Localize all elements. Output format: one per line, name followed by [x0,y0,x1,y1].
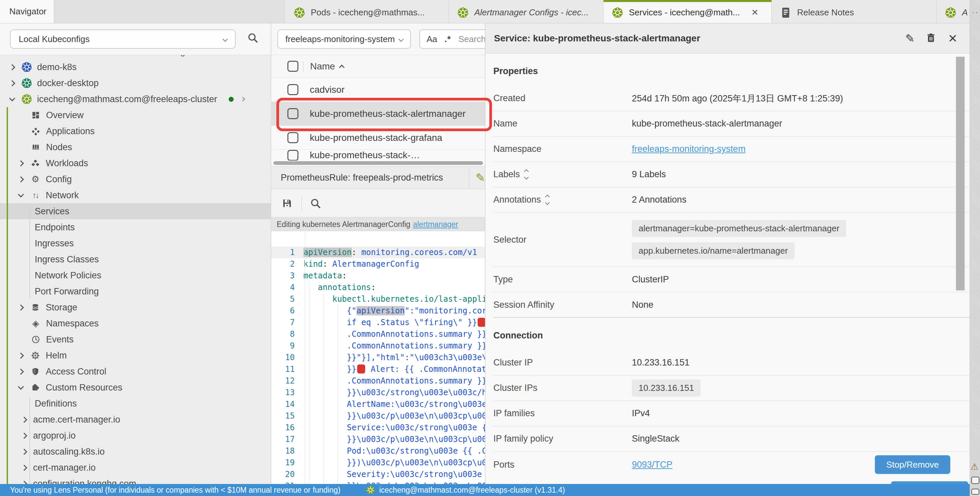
sidebar-item-config[interactable]: ⚙Config [0,171,271,187]
editing-text: Editing kubernetes AlertmanagerConfig [277,220,410,229]
chevron-right-icon[interactable] [21,432,27,439]
sidebar-item-helm[interactable]: Helm [0,348,271,364]
indent-guide [323,293,324,484]
expand-toggle-icon[interactable] [546,195,549,204]
tab-release-notes[interactable]: Release Notes [772,0,937,23]
table-row-kube-prometheus-stack-grafana[interactable]: kube-prometheus-stack-grafana [271,126,485,150]
sidebar-item-docker-desktop[interactable]: docker-desktop [0,75,271,91]
type-value: ClusterIP [632,274,669,285]
name-column-header[interactable]: Name [310,61,344,72]
chevron-right-icon[interactable] [9,80,15,86]
stop-remove-button[interactable]: Stop/Remove [875,455,950,474]
search-icon[interactable] [247,32,258,45]
port-9093-link[interactable]: 9093/TCP [632,459,673,470]
delete-trash-icon[interactable] [926,33,936,44]
warning-triangle-icon[interactable]: ⚠ [970,462,978,472]
sidebar-item-endpoints[interactable]: Endpoints [0,219,271,235]
row-checkbox[interactable] [287,108,298,119]
match-case-toggle[interactable]: Aa [426,34,437,45]
sidebar-item-definitions[interactable]: Definitions [0,396,271,412]
table-row-kube-prometheus-stack-alertmanager[interactable]: kube-prometheus-stack-alertmanager [271,102,485,126]
row-cluster-ips: Cluster IPs 10.233.16.151 [493,375,970,401]
editor-line-19: 19 }})\u003c/p\u003e\n\u003cp\u003e [271,457,485,469]
sidebar-item-ingresses[interactable]: Ingresses [0,235,271,251]
yaml-editor[interactable]: 1apiVersion: monitoring.coreos.com/v12ki… [271,231,485,484]
namespace-link[interactable]: freeleaps-monitoring-system [632,144,746,154]
chevron-right-icon[interactable] [18,369,24,375]
chevron-down-icon[interactable] [18,383,24,389]
editor-line-3: 3metadata: [271,270,485,282]
drawer-header: Service: kube-prometheus-stack-alertmana… [485,23,970,53]
horizontal-scrollbar[interactable] [271,161,485,166]
sidebar-item-ingress-classes[interactable]: Ingress Classes [0,251,271,267]
chevron-right-icon[interactable] [21,417,27,423]
sidebar-item-services[interactable]: Services [0,203,271,219]
chevron-right-icon[interactable] [21,481,27,484]
table-row-kube-prometheus-stack-[interactable]: kube-prometheus-stack-… [271,150,485,161]
chevron-down-icon [399,37,404,42]
sidebar-item-nodes[interactable]: Nodes [0,139,271,155]
drawer-scrollbar[interactable] [956,57,965,290]
chevron-right-icon[interactable] [21,465,27,471]
chevron-right-icon[interactable] [18,160,24,166]
sidebar-item-events[interactable]: Events [0,331,271,348]
sidebar-item-autoscaling-k8s-io[interactable]: autoscaling.k8s.io [0,444,271,459]
chevron-right-icon[interactable] [21,448,27,455]
sidebar-item-port-forwarding[interactable]: Port Forwarding [0,283,271,299]
editor-line-17: 17 }}\u003c/p\u003e\n\u003cp\u003e\u003c [271,434,485,445]
chevron-right-icon[interactable] [18,176,24,182]
chevron-right-icon[interactable] [18,304,24,310]
sidebar-item-network[interactable]: ↑↓Network [0,187,271,203]
row-checkbox[interactable] [287,84,298,95]
namespace-select[interactable]: freeleaps-monitoring-system [277,29,411,49]
kubeconfig-select[interactable]: Local Kubeconfigs [10,29,235,49]
forward-button[interactable]: Forward... [891,481,968,484]
sidebar-item-access-control[interactable]: Access Control [0,364,271,380]
sidebar-item-namespaces[interactable]: ◈Namespaces [0,315,271,331]
sidebar-item-icecheng-mathmast-com-freeleaps-cluster[interactable]: icecheng@mathmast.com@freeleaps-cluster [0,91,271,107]
notification-icon[interactable] [971,489,979,494]
expand-toggle-icon[interactable] [525,170,528,179]
scrollbar-thumb[interactable] [274,161,483,165]
chevron-right-icon[interactable] [240,97,245,102]
sidebar-item-argoproj-io[interactable]: argoproj.io [0,428,271,444]
sidebar-item-overview[interactable]: Overview [0,107,271,123]
regex-toggle-icon[interactable]: .* [445,34,451,45]
editor-line-9: 9 .CommonAnnotations.summary }}- [271,340,485,352]
edit-pencil-icon[interactable]: ✎ [476,171,485,184]
chevron-down-icon[interactable] [18,191,24,197]
tab-alertmanager-configs-icec[interactable]: Alertmanager Configs - icec... [449,0,603,23]
sidebar-item-network-policies[interactable]: Network Policies [0,267,271,283]
editor-search-icon[interactable] [310,197,321,209]
select-all-checkbox[interactable] [287,61,298,72]
tab-services-icecheng-math[interactable]: Services - icecheng@math...✕ [603,0,772,23]
navigator-tab[interactable]: Navigator [0,0,54,23]
sidebar-item-workloads[interactable]: Workloads [0,155,271,171]
sidebar-item-custom-resources[interactable]: Custom Resources [0,380,271,396]
close-tab-icon[interactable]: ✕ [751,7,759,18]
created-value: 254d 17h 50m ago (2025年1月13日 GMT+8 1:25:… [632,92,843,105]
sidebar-item-storage[interactable]: Storage [0,299,271,315]
prometheusrule-panel: PrometheusRule: freepeals-prod-metrics ✎ [271,166,485,189]
edit-pencil-icon[interactable]: ✎ [905,32,915,45]
row-checkbox[interactable] [287,150,298,161]
notification-icon[interactable] [971,477,979,484]
close-icon[interactable]: ✕ [948,32,958,45]
sidebar-item-acme-cert-manager-io[interactable]: acme.cert-manager.io [0,412,271,428]
sidebar-item-cert-manager-io[interactable]: cert-manager.io [0,459,271,475]
row-checkbox[interactable] [287,132,298,143]
line-number: 16 [271,422,304,434]
sidebar-item-label: Overview [46,110,84,121]
table-row-cadvisor[interactable]: cadvisor [271,78,485,102]
chevron-right-icon[interactable] [9,64,15,70]
chevron-right-icon[interactable] [18,353,24,358]
sidebar-item-configuration-konghq-com[interactable]: configuration.konghq.com [0,475,271,484]
editing-resource-link[interactable]: alertmanager [413,220,458,229]
sidebar-item-applications[interactable]: Applications [0,123,271,139]
active-cluster-status[interactable]: icecheng@mathmast.com@freeleaps-cluster … [366,485,565,494]
tab-pods-icecheng-mathmas[interactable]: Pods - icecheng@mathmas... [285,0,449,23]
save-icon[interactable] [282,197,293,209]
chevron-down-icon[interactable] [9,95,15,101]
sidebar-item-demo-k8s[interactable]: demo-k8s [0,59,271,75]
table-search-input[interactable]: Aa .* Search [419,29,485,49]
